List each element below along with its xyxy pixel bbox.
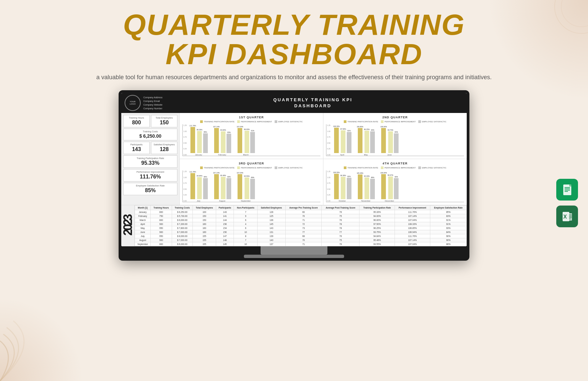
table-row: January800$ 6,250.001001437128607695.33%… bbox=[135, 210, 467, 214]
col-month: Month [1] bbox=[135, 206, 151, 210]
participation-rate-kpi: Training Participation Rate 95.33% bbox=[123, 155, 177, 168]
col-non-participants: Non-Participants bbox=[234, 206, 258, 210]
table-row: August900$ 7,000.001551487140707595.48%1… bbox=[135, 238, 467, 242]
side-icons: X bbox=[556, 179, 578, 227]
charts-panel: 1ST QUARTER TRAINING PARTICIPATION RATE … bbox=[180, 113, 467, 205]
svg-point-1 bbox=[561, 0, 588, 27]
table-row: July950$ 8,000.001551478139687694.84%111… bbox=[135, 234, 467, 238]
svg-rect-12 bbox=[569, 215, 572, 215]
svg-rect-13 bbox=[569, 216, 572, 217]
monitor: YOUR LOGO Company Address Company Email … bbox=[119, 90, 469, 261]
q2-chart: 2ND QUARTER TRAINING PARTICIPATION RATE … bbox=[323, 113, 467, 159]
svg-point-0 bbox=[555, 0, 588, 33]
svg-rect-15 bbox=[569, 219, 571, 219]
dashboard-title: QUARTERLY TRAINING KPI DASHBOARD bbox=[162, 97, 463, 109]
main-title: QUARTERLY TRAINING KPI DASHBOARD bbox=[7, 10, 581, 69]
col-post-score: Average Post-Training Score bbox=[322, 206, 359, 210]
table-row: May950$ 7,800.001601546143737896.25%106.… bbox=[135, 226, 467, 230]
col-satisfaction: Employee Satisfaction Rate bbox=[430, 206, 466, 210]
participants-kpi: Participants 143 bbox=[123, 142, 150, 154]
q1-chart: 1ST QUARTER TRAINING PARTICIPATION RATE … bbox=[180, 113, 323, 159]
page-header: QUARTERLY TRAINING KPI DASHBOARD a valua… bbox=[0, 0, 588, 85]
col-employees: Total Employees bbox=[193, 206, 216, 210]
kpi-panel: Training Hours 800 Total Employees 150 T… bbox=[121, 113, 180, 205]
year-side: 2023 bbox=[121, 205, 135, 246]
monitor-container: YOUR LOGO Company Address Company Email … bbox=[0, 90, 588, 261]
col-pre-score: Average Pre-Training Score bbox=[285, 206, 322, 210]
monitor-screen: YOUR LOGO Company Address Company Email … bbox=[121, 93, 467, 246]
dashboard-header: YOUR LOGO Company Address Company Email … bbox=[121, 93, 467, 113]
col-performance: Performance Improvement bbox=[395, 206, 430, 210]
performance-improvement-kpi: Performance Improvement 111.76% bbox=[123, 169, 177, 181]
training-hours-kpi: Training Hours 800 bbox=[123, 115, 150, 127]
svg-rect-8 bbox=[569, 184, 571, 186]
company-info: Company Address Company Email Company We… bbox=[143, 96, 162, 111]
q3-chart: 3RD QUARTER TRAINING PARTICIPATION RATE … bbox=[180, 159, 323, 205]
training-costs-kpi: Training Costs $ 6,250.00 bbox=[123, 129, 177, 140]
q4-chart: 4TH QUARTER TRAINING PARTICIPATION RATE … bbox=[323, 159, 467, 205]
svg-rect-4 bbox=[565, 188, 570, 189]
table-row: March800$ 6,000.001501446136717696.00%10… bbox=[135, 218, 467, 222]
data-table: Month [1] Training Hours Training Costs … bbox=[135, 205, 467, 246]
svg-rect-5 bbox=[565, 190, 570, 190]
q2-legend: TRAINING PARTICIPATION RATE PERFORMANCE … bbox=[326, 120, 464, 123]
col-participation-rate: Training Participation Rate bbox=[359, 206, 395, 210]
q3-legend: TRAINING PARTICIPATION RATE PERFORMANCE … bbox=[182, 166, 320, 169]
dashboard-body: Training Hours 800 Total Employees 150 T… bbox=[121, 113, 467, 205]
table-row: February750$ 5,730.001501419125707594.00… bbox=[135, 214, 467, 218]
q4-legend: TRAINING PARTICIPATION RATE PERFORMANCE … bbox=[326, 166, 464, 169]
col-hours: Training Hours bbox=[151, 206, 172, 210]
svg-rect-11 bbox=[569, 213, 572, 221]
satisfaction-rate-kpi: Employee Satisfaction Rate 85% bbox=[123, 183, 177, 195]
col-satisfied: Satisfied Employees bbox=[258, 206, 286, 210]
q1-legend: TRAINING PARTICIPATION RATE PERFORMANCE … bbox=[182, 120, 320, 123]
table-row: September800$ 6,000.0015514510137717693.… bbox=[135, 242, 467, 246]
table-row: April900$ 7,200.001601564145727897.50%10… bbox=[135, 222, 467, 226]
google-sheets-icon[interactable] bbox=[556, 179, 578, 201]
col-participants: Participants bbox=[216, 206, 234, 210]
table-row: June900$ 7,000.0016015010131777793.75%10… bbox=[135, 230, 467, 234]
col-costs: Training Costs bbox=[172, 206, 193, 210]
satisfied-employees-kpi: Satisfied Employees 128 bbox=[151, 142, 177, 154]
data-table-section: 2023 Month [1] Training Hours Training C… bbox=[121, 205, 467, 246]
svg-text:X: X bbox=[563, 214, 567, 220]
year-label: 2023 bbox=[121, 216, 135, 236]
svg-rect-6 bbox=[565, 191, 568, 192]
svg-rect-3 bbox=[565, 187, 570, 188]
excel-icon[interactable]: X bbox=[556, 206, 578, 227]
svg-rect-14 bbox=[569, 217, 572, 218]
company-logo: YOUR LOGO bbox=[125, 95, 141, 111]
subtitle-text: a valuable tool for human resources depa… bbox=[7, 73, 581, 82]
total-employees-kpi: Total Employees 150 bbox=[151, 115, 177, 127]
